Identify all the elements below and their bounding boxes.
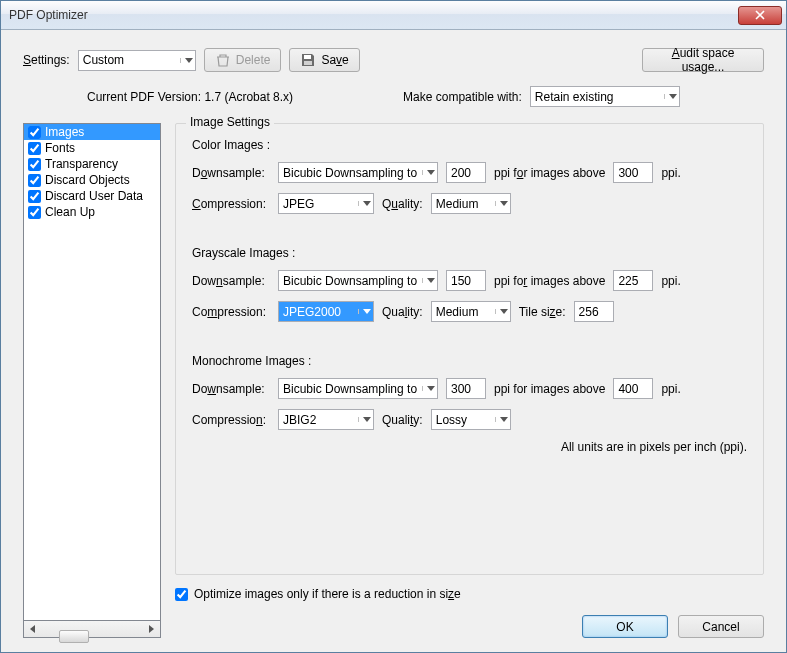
category-discard-objects[interactable]: Discard Objects	[24, 172, 160, 188]
cancel-button[interactable]: Cancel	[678, 615, 764, 638]
pdf-optimizer-window: PDF Optimizer Settings: Custom Delete S	[0, 0, 787, 653]
color-downsample-select[interactable]: Bicubic Downsampling to	[278, 162, 438, 183]
settings-label: Settings:	[23, 53, 70, 67]
compat-value: Retain existing	[535, 90, 614, 104]
ppi-suffix: ppi.	[661, 382, 680, 396]
mono-quality-select[interactable]: Lossy	[431, 409, 511, 430]
ppi-above-label: ppi for images above	[494, 274, 605, 288]
audit-label: Audit space usage...	[653, 46, 753, 74]
window-title: PDF Optimizer	[9, 8, 738, 22]
downsample-label: Downsample:	[192, 166, 270, 180]
delete-label: Delete	[236, 53, 271, 67]
optimize-label: Optimize images only if there is a reduc…	[194, 587, 461, 601]
chevron-down-icon	[358, 417, 371, 422]
category-transparency[interactable]: Transparency	[24, 156, 160, 172]
button-row: OK Cancel	[175, 615, 764, 638]
color-downsample-row: Downsample: Bicubic Downsampling to ppi …	[192, 162, 747, 183]
scroll-thumb[interactable]	[59, 630, 89, 643]
ppi-suffix: ppi.	[661, 166, 680, 180]
gray-ppi-input[interactable]	[446, 270, 486, 291]
close-button[interactable]	[738, 6, 782, 25]
save-label: Save	[321, 53, 348, 67]
image-settings-fieldset: Image Settings Color Images : Downsample…	[175, 123, 764, 575]
category-checkbox[interactable]	[28, 142, 41, 155]
ppi-above-label: ppi for images above	[494, 166, 605, 180]
chevron-down-icon	[422, 170, 435, 175]
quality-label: Quality:	[382, 305, 423, 319]
category-checkbox[interactable]	[28, 174, 41, 187]
color-compression-row: Compression: JPEG Quality: Medium	[192, 193, 747, 214]
optimize-row: Optimize images only if there is a reduc…	[175, 587, 764, 601]
chevron-down-icon	[180, 58, 193, 63]
compat-select[interactable]: Retain existing	[530, 86, 680, 107]
color-images-title: Color Images :	[192, 138, 747, 152]
chevron-down-icon	[358, 309, 371, 314]
category-discard-user-data[interactable]: Discard User Data	[24, 188, 160, 204]
scroll-left-icon[interactable]	[24, 622, 41, 637]
gray-ppi-above-input[interactable]	[613, 270, 653, 291]
category-checkbox[interactable]	[28, 206, 41, 219]
current-version-label: Current PDF Version: 1.7 (Acrobat 8.x)	[87, 90, 293, 104]
category-images[interactable]: Images	[24, 124, 160, 140]
ppi-above-label: ppi for images above	[494, 382, 605, 396]
svg-rect-0	[304, 55, 311, 59]
mono-compression-select[interactable]: JBIG2	[278, 409, 374, 430]
chevron-down-icon	[495, 417, 508, 422]
gray-downsample-row: Downsample: Bicubic Downsampling to ppi …	[192, 270, 747, 291]
category-fonts[interactable]: Fonts	[24, 140, 160, 156]
list-scrollbar[interactable]	[23, 621, 161, 638]
downsample-label: Downsample:	[192, 274, 270, 288]
quality-label: Quality:	[382, 413, 423, 427]
compression-label: Compression:	[192, 413, 270, 427]
color-quality-select[interactable]: Medium	[431, 193, 511, 214]
mono-ppi-input[interactable]	[446, 378, 486, 399]
ok-button[interactable]: OK	[582, 615, 668, 638]
mono-images-title: Monochrome Images :	[192, 354, 747, 368]
compression-label: Compression:	[192, 197, 270, 211]
gray-tile-input[interactable]	[574, 301, 614, 322]
optimize-checkbox[interactable]	[175, 588, 188, 601]
color-ppi-input[interactable]	[446, 162, 486, 183]
chevron-down-icon	[495, 201, 508, 206]
quality-label: Quality:	[382, 197, 423, 211]
gray-compression-row: Compression: JPEG2000 Quality: Medium Ti…	[192, 301, 747, 322]
floppy-icon	[300, 52, 316, 68]
category-list[interactable]: Images Fonts Transparency Discard Object…	[23, 123, 161, 621]
compression-label: Compression:	[192, 305, 270, 319]
save-button[interactable]: Save	[289, 48, 359, 72]
category-checkbox[interactable]	[28, 126, 41, 139]
gray-downsample-select[interactable]: Bicubic Downsampling to	[278, 270, 438, 291]
chevron-down-icon	[358, 201, 371, 206]
settings-select[interactable]: Custom	[78, 50, 196, 71]
downsample-label: Downsample:	[192, 382, 270, 396]
tile-label: Tile size:	[519, 305, 566, 319]
chevron-down-icon	[422, 278, 435, 283]
color-ppi-above-input[interactable]	[613, 162, 653, 183]
mono-compression-row: Compression: JBIG2 Quality: Lossy	[192, 409, 747, 430]
titlebar: PDF Optimizer	[1, 1, 786, 30]
delete-button[interactable]: Delete	[204, 48, 282, 72]
scroll-right-icon[interactable]	[143, 622, 160, 637]
mono-downsample-row: Downsample: Bicubic Downsampling to ppi …	[192, 378, 747, 399]
trash-icon	[215, 52, 231, 68]
gray-quality-select[interactable]: Medium	[431, 301, 511, 322]
category-checkbox[interactable]	[28, 190, 41, 203]
close-icon	[755, 10, 765, 20]
mono-ppi-above-input[interactable]	[613, 378, 653, 399]
chevron-down-icon	[495, 309, 508, 314]
settings-value: Custom	[83, 53, 124, 67]
color-compression-select[interactable]: JPEG	[278, 193, 374, 214]
main-row: Images Fonts Transparency Discard Object…	[23, 123, 764, 638]
category-checkbox[interactable]	[28, 158, 41, 171]
category-panel: Images Fonts Transparency Discard Object…	[23, 123, 161, 638]
chevron-down-icon	[664, 94, 677, 99]
toolbar-row: Settings: Custom Delete Save Audit space…	[23, 48, 764, 72]
mono-downsample-select[interactable]: Bicubic Downsampling to	[278, 378, 438, 399]
compat-label: Make compatible with:	[403, 90, 522, 104]
audit-button[interactable]: Audit space usage...	[642, 48, 764, 72]
gray-compression-select[interactable]: JPEG2000	[278, 301, 374, 322]
category-clean-up[interactable]: Clean Up	[24, 204, 160, 220]
svg-rect-1	[304, 61, 312, 65]
gray-images-title: Grayscale Images :	[192, 246, 747, 260]
fieldset-legend: Image Settings	[186, 115, 274, 129]
